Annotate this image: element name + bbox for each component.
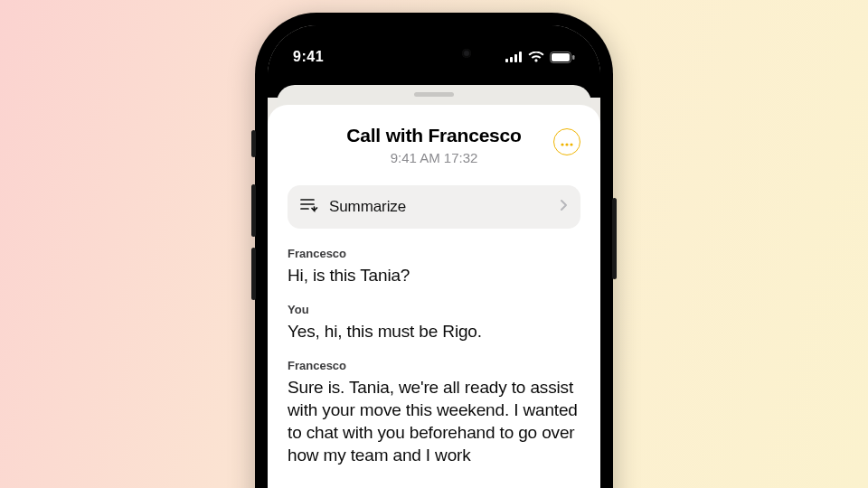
svg-rect-3 — [519, 52, 522, 62]
wifi-icon — [528, 52, 544, 62]
ellipsis-icon — [561, 134, 573, 150]
side-button-volume-up — [251, 184, 256, 237]
status-time: 9:41 — [293, 49, 324, 65]
call-transcript-sheet: Call with Francesco 9:41 AM 17:32 Summar… — [268, 105, 600, 488]
svg-rect-1 — [510, 57, 513, 62]
svg-point-8 — [565, 143, 568, 145]
transcript-entry: You Yes, hi, this must be Rigo. — [288, 303, 580, 343]
more-options-button[interactable] — [553, 128, 580, 155]
speaker-label: Francesco — [288, 247, 580, 260]
sheet-header: Call with Francesco 9:41 AM 17:32 — [288, 125, 580, 165]
transcript-text: Hi, is this Tania? — [288, 264, 580, 286]
transcript: Francesco Hi, is this Tania? You Yes, hi… — [288, 247, 580, 466]
sheet-grabber[interactable] — [414, 92, 454, 97]
svg-point-9 — [570, 143, 572, 145]
page-title: Call with Francesco — [288, 125, 580, 146]
svg-rect-6 — [572, 55, 575, 60]
side-button-volume-down — [251, 248, 256, 300]
svg-rect-0 — [505, 59, 508, 62]
svg-point-7 — [561, 143, 563, 145]
transcript-text: Yes, hi, this must be Rigo. — [288, 320, 580, 343]
status-indicators — [505, 52, 575, 63]
summarize-label: Summarize — [329, 198, 549, 216]
transcript-text: Sure is. Tania, we're all ready to assis… — [288, 376, 580, 466]
transcript-entry: Francesco Sure is. Tania, we're all read… — [288, 359, 580, 466]
svg-rect-2 — [514, 54, 517, 62]
call-meta: 9:41 AM 17:32 — [288, 150, 580, 165]
cellular-signal-icon — [505, 52, 523, 62]
svg-rect-5 — [552, 53, 570, 61]
speaker-label: You — [288, 303, 580, 316]
battery-full-icon — [550, 52, 575, 63]
transcript-entry: Francesco Hi, is this Tania? — [288, 247, 580, 286]
phone-screen: 9:41 Call with Francesco 9:41 AM 17:32 — [268, 25, 600, 488]
chevron-right-icon — [560, 199, 568, 215]
side-button-power — [612, 198, 617, 279]
side-button-silent — [251, 130, 256, 157]
summarize-button[interactable]: Summarize — [288, 185, 580, 229]
text-summary-icon — [300, 198, 318, 216]
dynamic-island — [377, 37, 491, 70]
speaker-label: Francesco — [288, 359, 580, 372]
phone-frame: 9:41 Call with Francesco 9:41 AM 17:32 — [255, 13, 613, 488]
